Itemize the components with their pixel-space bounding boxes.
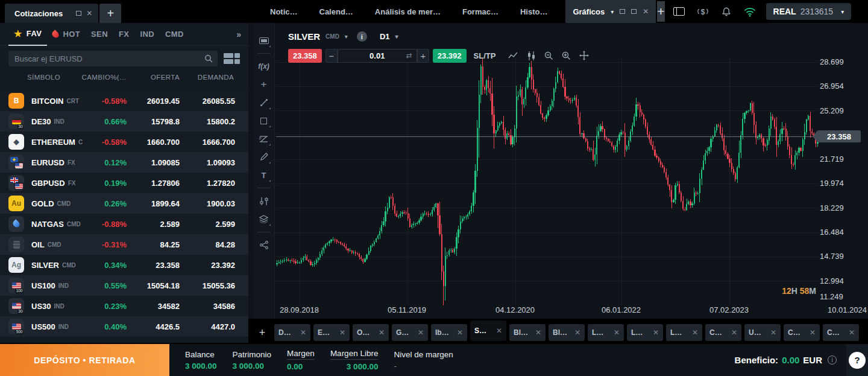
watchlist-window-tab[interactable]: Cotizaciones ✕ — [5, 4, 98, 23]
sltp-button[interactable]: SL/TP — [474, 51, 496, 60]
watchlist-row-silver[interactable]: AgSILVERCMD0.34%23.35823.392 — [0, 255, 248, 275]
ask-price[interactable]: 15800.2 — [180, 117, 235, 126]
close-icon[interactable]: ✕ — [614, 328, 620, 337]
rectangle-tool-icon[interactable] — [253, 112, 274, 130]
close-icon[interactable]: ✕ — [692, 328, 698, 337]
price-axis[interactable]: 28.69926.95425.20921.71919.97418.22916.4… — [811, 23, 868, 320]
ask-price[interactable]: 1900.03 — [180, 199, 235, 208]
watchlist-row-ethereum[interactable]: ◆ETHEREUMC-0.58%1660.7001666.700 — [0, 132, 248, 152]
add-window-button[interactable]: + — [657, 1, 664, 22]
trendline-tool-icon[interactable] — [253, 94, 274, 112]
bid-price[interactable]: 2.589 — [127, 220, 180, 229]
ask-price[interactable]: 23.392 — [180, 261, 235, 270]
chart-tab-9[interactable]: L…✕ — [627, 324, 663, 341]
watchlist-row-us500[interactable]: 500US500IND0.40%4426.54427.0 — [0, 316, 248, 337]
chart-tab-1[interactable]: E…✕ — [313, 324, 350, 341]
pencil-tool-icon[interactable] — [253, 148, 274, 166]
sidebar-tab-sen[interactable]: SEN — [86, 23, 113, 46]
account-selector[interactable]: REAL 2313615 ▾ — [766, 3, 852, 20]
zoom-out-icon[interactable] — [544, 51, 553, 60]
zoom-in-icon[interactable] — [562, 51, 571, 60]
candlestick-mode-icon[interactable] — [527, 51, 536, 60]
bid-price[interactable]: 4426.5 — [127, 322, 180, 331]
chart-tab-7[interactable]: Bl…✕ — [549, 324, 585, 341]
chart-tab-12[interactable]: U…✕ — [744, 324, 781, 341]
ask-price[interactable]: 1.09093 — [180, 158, 235, 167]
watchlist-row-gold[interactable]: AuGOLDCMD0.26%1899.641900.03 — [0, 193, 248, 214]
close-icon[interactable]: ✕ — [496, 327, 502, 335]
column-bid[interactable]: OFERTA — [151, 74, 180, 81]
chart-symbol[interactable]: SILVER — [288, 31, 320, 42]
close-icon[interactable]: ✕ — [457, 328, 463, 337]
close-icon[interactable]: ✕ — [535, 328, 541, 337]
close-icon[interactable]: ✕ — [379, 328, 385, 337]
chart-tab-11[interactable]: C…✕ — [705, 324, 741, 341]
tab-calendario[interactable]: Calend… — [319, 7, 353, 16]
column-change[interactable]: CAMBIO%(… — [81, 74, 127, 81]
bid-price[interactable]: 34582 — [127, 302, 180, 311]
help-button[interactable]: ? — [849, 352, 866, 369]
close-icon[interactable]: ✕ — [653, 328, 659, 337]
bid-price[interactable]: 15798.8 — [127, 117, 180, 126]
bid-price[interactable]: 1.27806 — [127, 179, 180, 188]
chart-tab-4[interactable]: Ib…✕ — [431, 324, 467, 341]
tab-historial[interactable]: Histo… — [520, 7, 548, 16]
deposit-withdraw-button[interactable]: DEPÓSITO • RETIRADA — [0, 344, 169, 376]
chart-tab-8[interactable]: L…✕ — [588, 324, 624, 341]
watchlist-row-gbpusd[interactable]: GBPUSDFX0.19%1.278061.27820 — [0, 173, 248, 193]
bell-icon[interactable] — [721, 6, 732, 17]
more-tabs-icon[interactable]: » — [236, 30, 241, 39]
price-alert-sound-icon[interactable]: $ — [696, 6, 709, 17]
layout-panel-icon[interactable] — [673, 7, 685, 16]
chart-tab-6[interactable]: Bl…✕ — [509, 324, 546, 341]
chart-type-icon[interactable] — [253, 31, 274, 49]
text-tool-icon[interactable]: T — [253, 166, 274, 184]
search-input[interactable]: Buscar ej EURUSD — [8, 51, 218, 66]
watchlist-row-oil[interactable]: OILCMD-0.31%84.2584.28 — [0, 234, 248, 255]
chevron-down-icon[interactable]: ▾ — [345, 33, 348, 40]
bid-price[interactable]: 26019.45 — [127, 97, 180, 106]
view-mode-toggle[interactable] — [224, 53, 240, 65]
ask-price[interactable]: 15055.36 — [180, 281, 235, 290]
fibonacci-tool-icon[interactable]: F — [253, 130, 274, 148]
ask-price[interactable]: 1.27820 — [180, 179, 235, 188]
volume-decrease-button[interactable]: − — [326, 49, 338, 63]
candlestick-chart[interactable] — [276, 58, 819, 305]
chart-tab-2[interactable]: O…✕ — [353, 324, 389, 341]
tab-formacion[interactable]: Formac… — [462, 7, 498, 16]
popout-icon[interactable] — [620, 9, 625, 14]
chart-tab-3[interactable]: G…✕ — [392, 324, 428, 341]
close-icon[interactable]: ✕ — [339, 328, 345, 337]
add-indicator-icon[interactable]: + — [253, 75, 274, 94]
chart-tab-14[interactable]: C…✕ — [823, 324, 859, 341]
watchlist-row-us30[interactable]: 30US30IND0.23%3458234586 — [0, 296, 248, 316]
add-watchlist-tab-button[interactable]: + — [99, 4, 121, 23]
maximize-icon[interactable] — [76, 11, 81, 16]
sidebar-tab-cmd[interactable]: CMD — [160, 23, 189, 46]
close-icon[interactable]: ✕ — [418, 328, 424, 337]
layers-icon[interactable] — [253, 210, 274, 228]
chart-tab-5[interactable]: S…✕ — [470, 320, 506, 341]
add-chart-tab-button[interactable]: + — [253, 324, 271, 341]
ask-price[interactable]: 26085.55 — [180, 97, 235, 106]
ask-price[interactable]: 1666.700 — [180, 138, 235, 147]
ask-price[interactable]: 4427.0 — [180, 322, 235, 331]
date-axis[interactable]: 28.09.201805.11.201904.12.202006.01.2022… — [276, 305, 868, 317]
close-icon[interactable]: ✕ — [770, 328, 776, 337]
column-ask[interactable]: DEMANDA — [198, 74, 234, 81]
column-symbol[interactable]: SÍMBOLO — [27, 74, 60, 81]
sidebar-tab-ind[interactable]: IND — [134, 23, 160, 46]
sell-button[interactable]: 23.358 — [288, 49, 322, 63]
buy-button[interactable]: 23.392 — [433, 49, 467, 63]
close-icon[interactable]: ✕ — [86, 9, 92, 18]
tab-graficos-active[interactable]: Gráficos ▾ ✕ — [565, 0, 656, 23]
close-icon[interactable]: ✕ — [643, 7, 649, 16]
maximize-icon[interactable] — [631, 9, 637, 14]
line-chart-mode-icon[interactable] — [508, 52, 518, 59]
chevron-down-icon[interactable]: ▾ — [611, 8, 614, 15]
info-icon[interactable]: i — [828, 355, 837, 365]
ask-price[interactable]: 2.599 — [180, 220, 235, 229]
chart-tab-13[interactable]: C…✕ — [784, 324, 820, 341]
share-icon[interactable] — [253, 236, 274, 254]
pan-move-icon[interactable] — [579, 51, 589, 60]
